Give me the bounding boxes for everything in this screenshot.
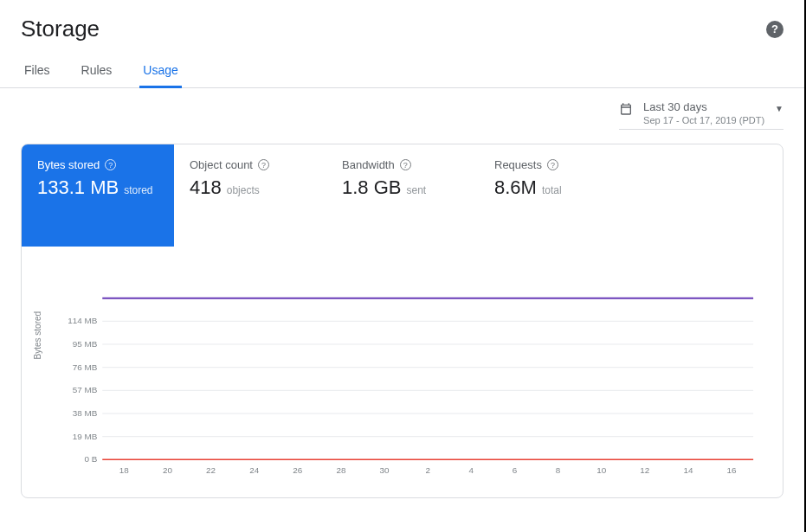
metric-suffix: sent [406, 184, 426, 196]
usage-card: Bytes stored ? 133.1 MB stored Object co… [21, 144, 783, 498]
svg-text:26: 26 [293, 465, 303, 475]
metric-value: 1.8 GB [342, 176, 401, 199]
svg-text:12: 12 [640, 465, 649, 475]
metric-bytes-stored[interactable]: Bytes stored ? 133.1 MB stored [22, 144, 174, 247]
metric-value: 418 [190, 176, 222, 199]
svg-text:22: 22 [206, 465, 216, 475]
metric-suffix: total [542, 184, 562, 196]
tabs: Files Rules Usage [0, 49, 804, 88]
info-icon[interactable]: ? [258, 159, 269, 170]
tab-files[interactable]: Files [21, 56, 54, 88]
svg-text:14: 14 [683, 465, 693, 475]
calendar-icon [619, 102, 633, 116]
date-range-sub: Sep 17 - Oct 17, 2019 (PDT) [643, 115, 764, 125]
svg-text:76 MB: 76 MB [73, 362, 98, 372]
svg-text:24: 24 [249, 465, 260, 475]
metric-label: Object count [190, 158, 253, 171]
usage-chart: 114 MB95 MB76 MB57 MB38 MB19 MB0 B182022… [42, 281, 762, 477]
svg-text:16: 16 [727, 465, 738, 475]
svg-text:0 B: 0 B [84, 454, 97, 464]
date-range-label: Last 30 days [643, 100, 764, 113]
svg-text:6: 6 [513, 465, 518, 475]
metric-label: Bytes stored [37, 158, 100, 171]
svg-text:4: 4 [469, 465, 474, 475]
info-icon[interactable]: ? [400, 159, 411, 170]
metric-value: 8.6M [494, 176, 537, 199]
svg-text:2: 2 [425, 465, 430, 475]
metric-suffix: stored [124, 184, 152, 196]
metric-requests[interactable]: Requests ? 8.6M total [479, 144, 631, 247]
chart-area: Bytes stored 114 MB95 MB76 MB57 MB38 MB1… [22, 247, 783, 497]
info-icon[interactable]: ? [105, 159, 116, 170]
svg-text:114 MB: 114 MB [68, 316, 97, 325]
date-range-selector[interactable]: Last 30 days Sep 17 - Oct 17, 2019 (PDT)… [619, 100, 783, 130]
tab-usage[interactable]: Usage [139, 56, 181, 88]
svg-text:20: 20 [163, 465, 173, 475]
metric-value: 133.1 MB [37, 176, 119, 199]
svg-text:95 MB: 95 MB [73, 339, 98, 349]
tab-rules[interactable]: Rules [78, 56, 116, 88]
info-icon[interactable]: ? [547, 159, 558, 170]
svg-text:30: 30 [380, 465, 390, 475]
chevron-down-icon: ▼ [775, 104, 783, 113]
svg-text:8: 8 [556, 465, 561, 475]
page-title: Storage [21, 16, 100, 42]
help-icon[interactable]: ? [766, 21, 783, 38]
metric-label: Requests [494, 158, 542, 171]
svg-text:18: 18 [119, 465, 130, 475]
svg-text:38 MB: 38 MB [73, 408, 98, 418]
metric-label: Bandwidth [342, 158, 395, 171]
metric-suffix: objects [227, 184, 260, 196]
svg-text:10: 10 [596, 465, 607, 475]
svg-text:28: 28 [336, 465, 346, 475]
metric-bandwidth[interactable]: Bandwidth ? 1.8 GB sent [326, 144, 479, 247]
metrics-row: Bytes stored ? 133.1 MB stored Object co… [22, 144, 783, 247]
metric-object-count[interactable]: Object count ? 418 objects [174, 144, 326, 247]
svg-text:19 MB: 19 MB [73, 432, 98, 441]
svg-text:57 MB: 57 MB [73, 385, 98, 394]
chart-ylabel: Bytes stored [33, 311, 42, 360]
